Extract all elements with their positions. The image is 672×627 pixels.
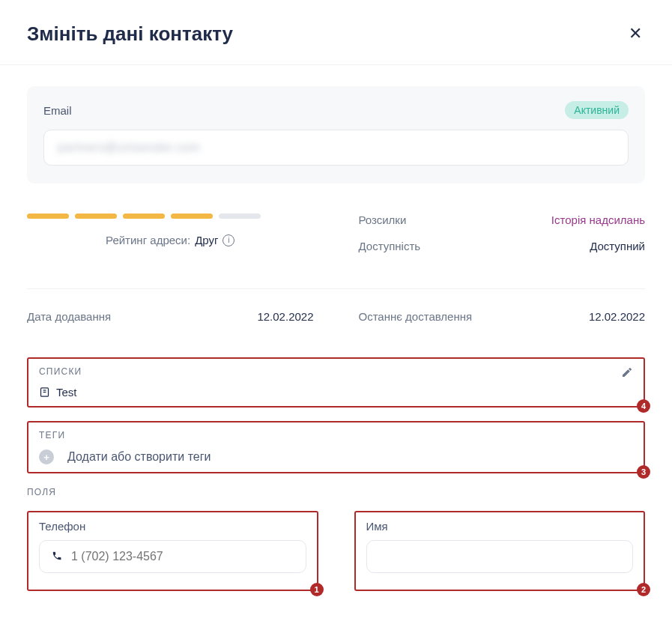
list-item[interactable]: Test [39, 386, 82, 399]
list-icon [39, 387, 50, 398]
email-input[interactable]: partners@unisender.com [43, 130, 629, 166]
last-delivery-pair: Останнє доставлення 12.02.2022 [359, 310, 646, 323]
last-delivery-label: Останнє доставлення [359, 310, 473, 323]
modal-body: Email Активний partners@unisender.com Ре… [0, 65, 672, 606]
rating-label-row: Рейтинг адреси: Друг i [27, 234, 314, 246]
lists-header: СПИСКИ [39, 366, 82, 377]
tags-header: ТЕГИ [39, 430, 633, 440]
rating-value: Друг [195, 234, 218, 246]
divider [27, 288, 645, 289]
plus-icon: + [43, 452, 49, 463]
rating-bar [75, 213, 117, 219]
phone-label: Телефон [39, 520, 306, 533]
edit-lists-button[interactable] [621, 366, 633, 381]
lists-content: СПИСКИ Test [39, 366, 82, 399]
modal-title: Змініть дані контакту [27, 22, 233, 46]
info-grid: Рейтинг адреси: Друг i Розсилки Історія … [27, 213, 645, 266]
email-head: Email Активний [43, 101, 629, 119]
rating-bar [27, 213, 69, 219]
rating-bars [27, 213, 314, 219]
annotation-badge-2: 2 [637, 583, 650, 596]
pencil-icon [621, 368, 633, 381]
close-icon: ✕ [629, 24, 642, 43]
tags-placeholder[interactable]: Додати або створити теги [67, 450, 211, 464]
name-input-wrap[interactable] [366, 540, 634, 573]
list-item-name: Test [56, 386, 77, 399]
name-field-box: Имя 2 [354, 511, 646, 591]
mailings-label: Розсилки [359, 213, 407, 226]
rating-bar [123, 213, 165, 219]
name-label: Имя [366, 520, 634, 533]
dates-row: Дата додавання 12.02.2022 Останнє достав… [27, 310, 645, 323]
email-label: Email [43, 104, 72, 117]
availability-label: Доступність [359, 240, 421, 252]
fields-grid: Телефон 1 Имя 2 [27, 511, 645, 591]
email-value-blurred: partners@unisender.com [58, 141, 200, 154]
tags-section: ТЕГИ + Додати або створити теги 3 [27, 421, 645, 473]
phone-input[interactable] [71, 550, 294, 563]
right-info-block: Розсилки Історія надсилань Доступність Д… [359, 213, 646, 266]
rating-block: Рейтинг адреси: Друг i [27, 213, 314, 266]
phone-icon [52, 551, 62, 563]
history-link[interactable]: Історія надсилань [551, 213, 645, 226]
tags-row: + Додати або створити теги [39, 449, 633, 464]
phone-input-wrap[interactable] [39, 540, 306, 573]
date-added-value: 12.02.2022 [257, 310, 313, 323]
availability-value: Доступний [590, 240, 645, 252]
add-tag-button[interactable]: + [39, 449, 54, 464]
status-badge: Активний [565, 101, 629, 119]
close-button[interactable]: ✕ [626, 21, 645, 46]
rating-label: Рейтинг адреси: [106, 234, 190, 246]
last-delivery-value: 12.02.2022 [589, 310, 645, 323]
rating-bar [219, 213, 261, 219]
phone-field-box: Телефон 1 [27, 511, 318, 591]
modal-header: Змініть дані контакту ✕ [0, 0, 672, 65]
date-added-label: Дата додавання [27, 310, 111, 323]
mailings-row: Розсилки Історія надсилань [359, 213, 646, 226]
lists-header-row: СПИСКИ Test [39, 366, 633, 399]
availability-row: Доступність Доступний [359, 240, 646, 252]
annotation-badge-1: 1 [310, 583, 324, 596]
edit-contact-modal: Змініть дані контакту ✕ Email Активний p… [0, 0, 672, 606]
annotation-badge-3: 3 [637, 465, 650, 479]
annotation-badge-4: 4 [637, 399, 650, 413]
rating-bar [171, 213, 213, 219]
lists-section: СПИСКИ Test 4 [27, 357, 645, 408]
email-card: Email Активний partners@unisender.com [27, 86, 645, 184]
name-input[interactable] [379, 550, 621, 563]
info-icon[interactable]: i [223, 234, 234, 246]
date-added-pair: Дата додавання 12.02.2022 [27, 310, 314, 323]
fields-header: ПОЛЯ [27, 487, 645, 497]
